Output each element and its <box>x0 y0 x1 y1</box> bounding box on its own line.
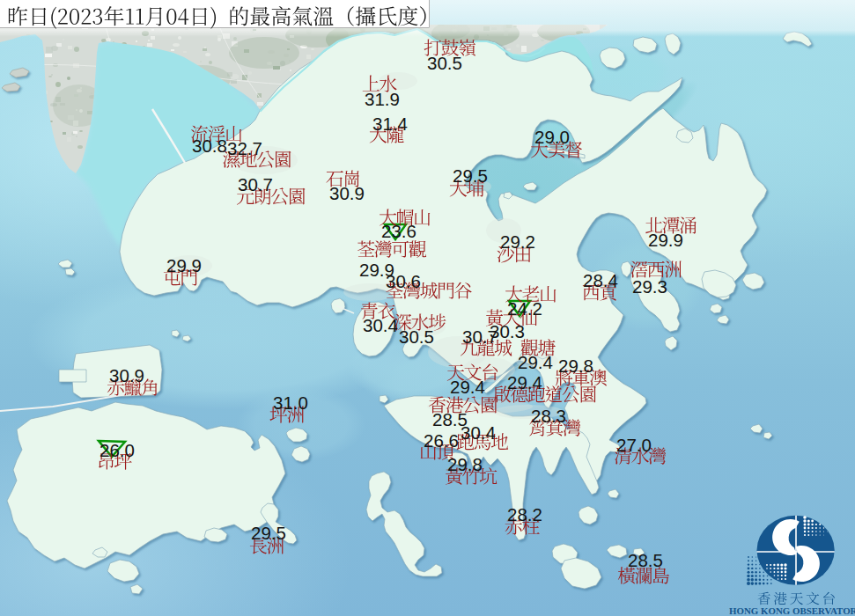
svg-text:30.6: 30.6 <box>386 271 421 291</box>
svg-text:30.4: 30.4 <box>461 422 496 443</box>
svg-text:27.0: 27.0 <box>616 435 652 455</box>
svg-text:26.6: 26.6 <box>424 430 459 451</box>
svg-text:28.4: 28.4 <box>583 270 618 290</box>
svg-text:23.6: 23.6 <box>381 221 416 241</box>
svg-text:29.4: 29.4 <box>507 372 542 392</box>
svg-text:30.5: 30.5 <box>399 326 434 347</box>
svg-text:30.7: 30.7 <box>238 174 273 194</box>
svg-text:31.4: 31.4 <box>372 114 408 134</box>
svg-text:30.5: 30.5 <box>427 53 462 73</box>
svg-text:30.8: 30.8 <box>192 136 227 156</box>
svg-text:29.5: 29.5 <box>453 165 488 186</box>
svg-text:28.5: 28.5 <box>628 550 663 570</box>
svg-text:24.2: 24.2 <box>507 298 542 319</box>
svg-text:HONG KONG OBSERVATORY: HONG KONG OBSERVATORY <box>729 605 855 616</box>
svg-text:30.7: 30.7 <box>462 326 498 347</box>
svg-text:29.3: 29.3 <box>632 276 667 297</box>
svg-text:30.9: 30.9 <box>329 183 365 203</box>
svg-text:31.9: 31.9 <box>365 89 400 109</box>
svg-text:31.0: 31.0 <box>273 392 308 413</box>
svg-text:29.9: 29.9 <box>166 255 202 275</box>
svg-text:29.4: 29.4 <box>450 377 485 397</box>
svg-text:30.4: 30.4 <box>363 315 398 335</box>
svg-text:32.7: 32.7 <box>227 138 262 158</box>
svg-text:30.9: 30.9 <box>109 365 144 385</box>
svg-text:28.2: 28.2 <box>507 504 542 524</box>
svg-text:29.5: 29.5 <box>251 523 286 543</box>
svg-text:29.8: 29.8 <box>447 454 483 474</box>
svg-text:29.2: 29.2 <box>500 231 535 252</box>
svg-text:29.0: 29.0 <box>534 127 570 147</box>
svg-text:28.3: 28.3 <box>531 406 566 426</box>
svg-text:29.9: 29.9 <box>648 230 683 250</box>
svg-text:26.0: 26.0 <box>100 440 135 460</box>
svg-text:29.4: 29.4 <box>518 352 553 372</box>
svg-text:29.8: 29.8 <box>558 356 593 376</box>
